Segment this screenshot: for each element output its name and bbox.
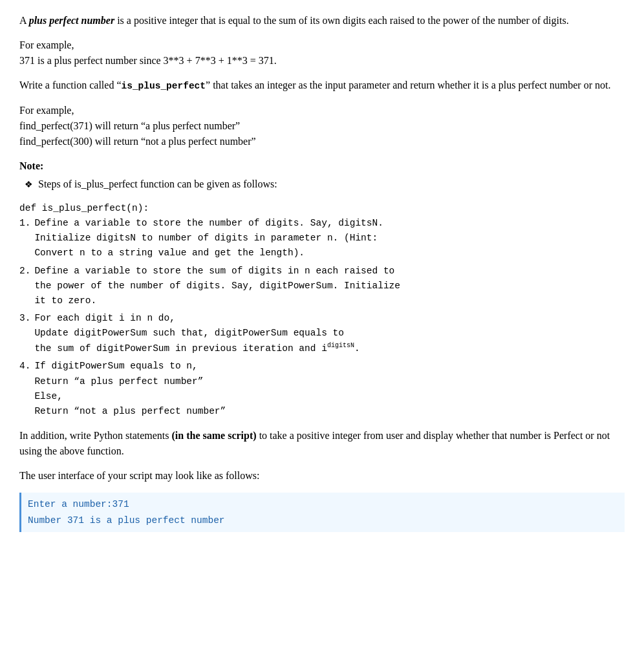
example2-label: For example, [19,103,625,118]
addition-pre: In addition, write Python statements [19,430,172,441]
note-title: Note: [19,158,625,174]
function-name: is_plus_perfect [122,81,206,91]
function-desc-paragraph: Write a function called “is_plus_perfect… [19,78,625,94]
step2-line1: Define a variable to store the sum of di… [34,264,400,279]
superscript-digitsN: digitsN [327,342,354,349]
step1-line3: Convert n to a string value and get the … [34,246,383,261]
step4-line3: Else, [34,389,226,404]
function-desc-pre: Write a function called “ [19,80,122,91]
code-def-line: def is_plus_perfect(n): [19,201,625,216]
example2-paragraph: For example, find_perfect(371) will retu… [19,103,625,149]
step-3: 3. For each digit i in n do, Update digi… [19,311,625,356]
step3-content: For each digit i in n do, Update digitPo… [34,311,360,356]
example2-line1: find_perfect(371) will return “a plus pe… [19,118,625,134]
step1-line1: Define a variable to store the number of… [34,216,383,231]
step2-line2: the power of the number of digits. Say, … [34,279,400,294]
note-bullet-text: Steps of is_plus_perfect function can be… [38,176,277,192]
step1-line2: Initialize digitsN to number of digits i… [34,231,383,246]
ui-example-box: Enter a number:371 Number 371 is a plus … [19,493,625,532]
addition-bold: (in the same script) [172,430,257,441]
step1-content: Define a variable to store the number of… [34,216,383,261]
step1-num: 1. [19,216,30,261]
step2-num: 2. [19,264,30,309]
step4-content: If digitPowerSum equals to n, Return “a … [34,359,226,419]
step3-line2: Update digitPowerSum such that, digitPow… [34,326,360,341]
step-4: 4. If digitPowerSum equals to n, Return … [19,359,625,419]
step4-line4: Return “not a plus perfect number” [34,404,226,419]
step2-content: Define a variable to store the sum of di… [34,264,400,309]
intro-text-pre: A [19,15,29,26]
example1-label: For example, [19,37,625,53]
term-text: plus perfect number [29,15,114,26]
step4-num: 4. [19,359,30,419]
example1-detail: 371 is a plus perfect number since 3**3 … [19,53,625,69]
ui-example-line1: Enter a number:371 [28,496,618,513]
step-2: 2. Define a variable to store the sum of… [19,264,625,309]
intro-text-post: is a positive integer that is equal to t… [114,15,569,26]
code-block: def is_plus_perfect(n): 1. Define a vari… [19,201,625,419]
diamond-icon: ❖ [25,178,33,191]
note-item: ❖ Steps of is_plus_perfect function can … [25,176,625,192]
ui-example-line2: Number 371 is a plus perfect number [28,513,618,529]
step3-num: 3. [19,311,30,356]
note-section: Note: ❖ Steps of is_plus_perfect functio… [19,158,625,192]
ui-label-paragraph: The user interface of your script may lo… [19,468,625,484]
ui-label-text: The user interface of your script may lo… [19,470,259,481]
step3-line3: the sum of digitPowerSum in previous ite… [34,341,360,356]
example1-paragraph: For example, 371 is a plus perfect numbe… [19,37,625,69]
intro-paragraph: A plus perfect number is a positive inte… [19,13,625,28]
example2-line2: find_perfect(300) will return “not a plu… [19,134,625,149]
step4-line1: If digitPowerSum equals to n, [34,359,226,374]
step3-line1: For each digit i in n do, [34,311,360,326]
step4-line2: Return “a plus perfect number” [34,374,226,389]
addition-paragraph: In addition, write Python statements (in… [19,428,625,459]
step2-line3: it to zero. [34,294,400,308]
step-1: 1. Define a variable to store the number… [19,216,625,261]
function-desc-post: ” that takes an integer as the input par… [206,80,610,91]
